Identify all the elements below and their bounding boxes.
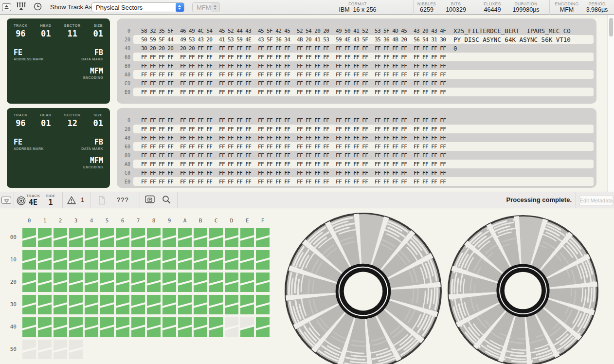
document-icon[interactable] <box>98 196 106 205</box>
track-cell-good[interactable] <box>178 273 192 292</box>
track-cell-good[interactable] <box>22 273 36 292</box>
track-cell-good[interactable] <box>54 317 67 337</box>
track-view-select[interactable]: Physical Sectors <box>91 2 184 12</box>
track-cell-good[interactable] <box>178 317 192 337</box>
track-cell-good[interactable] <box>116 317 129 337</box>
track-cell-good[interactable] <box>240 250 254 270</box>
add-to-case-button[interactable] <box>145 196 155 204</box>
track-cell-good[interactable] <box>256 295 270 314</box>
track-cell-good[interactable] <box>147 250 161 270</box>
track-cell-good[interactable] <box>85 295 98 314</box>
track-cell-missing[interactable] <box>38 340 52 359</box>
flux-view-button[interactable] <box>15 3 29 11</box>
track-cell-good[interactable] <box>225 295 238 314</box>
track-cell-good[interactable] <box>194 250 207 270</box>
track-cell-good[interactable] <box>116 250 129 270</box>
track-cell-good[interactable] <box>256 317 270 337</box>
track-cell-good[interactable] <box>194 317 207 337</box>
track-cell-partial[interactable] <box>240 317 254 337</box>
disk-side-0-visualization[interactable] <box>284 212 443 364</box>
track-cell-good[interactable] <box>147 273 161 292</box>
track-cell-good[interactable] <box>116 295 129 314</box>
track-cell-good[interactable] <box>54 295 67 314</box>
track-cell-missing[interactable] <box>69 340 83 359</box>
track-cell-good[interactable] <box>178 228 192 247</box>
track-cell-good[interactable] <box>225 273 238 292</box>
track-cell-good[interactable] <box>131 228 145 247</box>
track-cell-good[interactable] <box>194 295 207 314</box>
track-cell-good[interactable] <box>240 273 254 292</box>
track-cell-good[interactable] <box>194 228 207 247</box>
track-cell-good[interactable] <box>240 228 254 247</box>
warning-icon[interactable] <box>67 196 76 205</box>
track-cell-good[interactable] <box>256 273 270 292</box>
track-cell-good[interactable] <box>116 228 129 247</box>
track-cell-missing[interactable] <box>54 340 67 359</box>
track-cell-good[interactable] <box>100 228 114 247</box>
track-cell-good[interactable] <box>38 273 52 292</box>
track-cell-good[interactable] <box>22 228 36 247</box>
track-cell-good[interactable] <box>209 228 223 247</box>
track-cell-good[interactable] <box>54 250 67 270</box>
track-cell-good[interactable] <box>163 273 176 292</box>
scrollbar-track[interactable] <box>607 15 614 192</box>
track-cell-good[interactable] <box>69 317 83 337</box>
track-cell-good[interactable] <box>131 250 145 270</box>
track-cell-good[interactable] <box>225 228 238 247</box>
track-cell-good[interactable] <box>131 295 145 314</box>
track-cell-good[interactable] <box>131 317 145 337</box>
hex-dump-panel: 0FF FF FF FFFF FF FF FFFF FF FF FFFF FF … <box>117 108 596 188</box>
track-cell-good[interactable] <box>69 228 83 247</box>
track-cell-good[interactable] <box>147 228 161 247</box>
track-cell-good[interactable] <box>85 317 98 337</box>
track-cell-good[interactable] <box>209 295 223 314</box>
track-cell-good[interactable] <box>131 273 145 292</box>
track-cell-good[interactable] <box>209 273 223 292</box>
track-cell-good[interactable] <box>240 295 254 314</box>
track-cell-good[interactable] <box>85 273 98 292</box>
track-cell-good[interactable] <box>178 250 192 270</box>
track-cell-good[interactable] <box>100 250 114 270</box>
track-cell-good[interactable] <box>100 317 114 337</box>
track-cell-good[interactable] <box>209 250 223 270</box>
track-cell-good[interactable] <box>100 295 114 314</box>
history-button[interactable] <box>32 3 43 11</box>
track-cell-good[interactable] <box>85 228 98 247</box>
track-cell-good[interactable] <box>85 250 98 270</box>
track-cell-good[interactable] <box>54 228 67 247</box>
track-cell-good[interactable] <box>69 295 83 314</box>
track-cell-good[interactable] <box>163 228 176 247</box>
encoding-select[interactable]: MFM <box>192 2 220 12</box>
search-button[interactable] <box>162 196 171 205</box>
track-cell-good[interactable] <box>194 273 207 292</box>
track-cell-good[interactable] <box>256 228 270 247</box>
edit-metadata-button[interactable]: Edit Metadata <box>579 196 614 205</box>
track-cell-good[interactable] <box>209 317 223 337</box>
track-cell-good[interactable] <box>54 273 67 292</box>
track-cell-good[interactable] <box>38 317 52 337</box>
track-cell-good[interactable] <box>147 317 161 337</box>
track-cell-good[interactable] <box>22 295 36 314</box>
track-cell-good[interactable] <box>163 317 176 337</box>
track-cell-missing[interactable] <box>22 340 36 359</box>
track-cell-good[interactable] <box>147 295 161 314</box>
track-cell-good[interactable] <box>69 273 83 292</box>
track-cell-good[interactable] <box>22 250 36 270</box>
scrollbar-thumb[interactable] <box>609 18 613 36</box>
track-cell-good[interactable] <box>178 295 192 314</box>
track-cell-good[interactable] <box>22 317 36 337</box>
track-cell-good[interactable] <box>38 295 52 314</box>
track-cell-good[interactable] <box>163 295 176 314</box>
eject-button[interactable] <box>2 3 11 11</box>
disk-side-1-visualization[interactable] <box>447 214 599 364</box>
track-cell-good[interactable] <box>256 250 270 270</box>
track-cell-missing[interactable] <box>225 317 238 337</box>
popup-button[interactable] <box>1 197 11 204</box>
track-cell-good[interactable] <box>225 250 238 270</box>
track-cell-good[interactable] <box>38 228 52 247</box>
track-cell-good[interactable] <box>163 250 176 270</box>
track-cell-good[interactable] <box>69 250 83 270</box>
track-cell-good[interactable] <box>100 273 114 292</box>
track-cell-good[interactable] <box>38 250 52 270</box>
track-cell-good[interactable] <box>116 273 129 292</box>
